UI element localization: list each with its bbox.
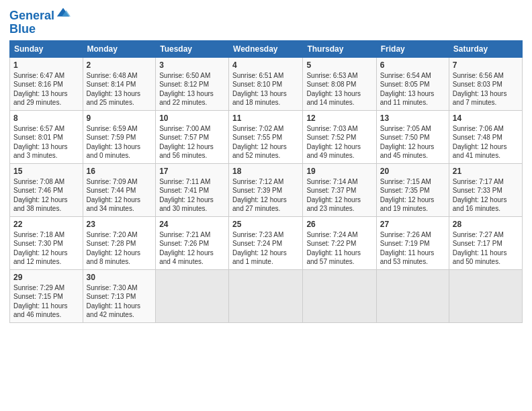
calendar-cell: 23Sunrise: 7:20 AMSunset: 7:28 PMDayligh…	[83, 216, 156, 269]
day-info: Sunrise: 7:26 AMSunset: 7:19 PMDaylight:…	[380, 230, 445, 267]
day-info: Sunrise: 7:08 AMSunset: 7:46 PMDaylight:…	[13, 177, 79, 214]
day-info: Sunrise: 6:53 AMSunset: 8:08 PMDaylight:…	[306, 71, 372, 107]
day-number: 19	[306, 167, 372, 176]
day-number: 2	[87, 60, 152, 70]
calendar-cell: 4Sunrise: 6:51 AMSunset: 8:10 PMDaylight…	[229, 57, 303, 110]
calendar-cell: 8Sunrise: 6:57 AMSunset: 8:01 PMDaylight…	[10, 110, 83, 163]
day-info: Sunrise: 7:29 AMSunset: 7:15 PMDaylight:…	[13, 283, 79, 320]
day-number: 3	[159, 60, 225, 70]
calendar-cell: 3Sunrise: 6:50 AMSunset: 8:12 PMDaylight…	[156, 57, 229, 110]
calendar-cell: 15Sunrise: 7:08 AMSunset: 7:46 PMDayligh…	[10, 163, 83, 216]
calendar-cell: 6Sunrise: 6:54 AMSunset: 8:05 PMDaylight…	[376, 57, 449, 110]
day-info: Sunrise: 6:56 AMSunset: 8:03 PMDaylight:…	[453, 71, 519, 107]
col-tuesday: Tuesday	[156, 40, 229, 57]
calendar-cell	[156, 269, 229, 322]
day-number: 5	[306, 60, 372, 70]
col-friday: Friday	[376, 40, 449, 57]
logo-text: General	[9, 9, 54, 23]
day-info: Sunrise: 7:23 AMSunset: 7:24 PMDaylight:…	[232, 230, 299, 267]
calendar-week-row: 22Sunrise: 7:18 AMSunset: 7:30 PMDayligh…	[10, 216, 523, 269]
day-number: 12	[306, 113, 372, 123]
calendar-cell: 12Sunrise: 7:03 AMSunset: 7:52 PMDayligh…	[303, 110, 376, 163]
day-info: Sunrise: 7:05 AMSunset: 7:50 PMDaylight:…	[380, 124, 445, 161]
day-number: 17	[159, 167, 225, 176]
day-info: Sunrise: 7:02 AMSunset: 7:55 PMDaylight:…	[232, 124, 299, 161]
day-info: Sunrise: 6:54 AMSunset: 8:05 PMDaylight:…	[380, 71, 445, 107]
calendar-cell: 13Sunrise: 7:05 AMSunset: 7:50 PMDayligh…	[376, 110, 449, 163]
calendar-cell: 11Sunrise: 7:02 AMSunset: 7:55 PMDayligh…	[229, 110, 303, 163]
calendar-week-row: 1Sunrise: 6:47 AMSunset: 8:16 PMDaylight…	[10, 57, 523, 110]
calendar-cell: 9Sunrise: 6:59 AMSunset: 7:59 PMDaylight…	[83, 110, 156, 163]
day-info: Sunrise: 7:00 AMSunset: 7:57 PMDaylight:…	[159, 124, 225, 161]
day-number: 16	[87, 167, 152, 176]
day-number: 1	[13, 60, 79, 70]
day-info: Sunrise: 7:03 AMSunset: 7:52 PMDaylight:…	[306, 124, 372, 161]
day-info: Sunrise: 6:59 AMSunset: 7:59 PMDaylight:…	[87, 124, 152, 161]
col-saturday: Saturday	[449, 40, 522, 57]
calendar-cell: 7Sunrise: 6:56 AMSunset: 8:03 PMDaylight…	[449, 57, 522, 110]
day-info: Sunrise: 7:11 AMSunset: 7:41 PMDaylight:…	[159, 177, 225, 214]
calendar-cell: 30Sunrise: 7:30 AMSunset: 7:13 PMDayligh…	[83, 269, 156, 322]
calendar-cell: 29Sunrise: 7:29 AMSunset: 7:15 PMDayligh…	[10, 269, 83, 322]
day-number: 30	[87, 273, 152, 282]
page-container: General Blue Sunday Monday Tuesday We	[0, 0, 532, 330]
calendar-cell: 21Sunrise: 7:17 AMSunset: 7:33 PMDayligh…	[449, 163, 522, 216]
day-number: 26	[306, 220, 372, 229]
day-number: 21	[453, 167, 519, 176]
calendar-cell	[376, 269, 449, 322]
day-number: 4	[232, 60, 299, 70]
calendar-cell: 2Sunrise: 6:48 AMSunset: 8:14 PMDaylight…	[83, 57, 156, 110]
logo: General Blue	[9, 9, 71, 36]
day-number: 9	[87, 113, 152, 123]
day-number: 7	[453, 60, 519, 70]
calendar-cell: 28Sunrise: 7:27 AMSunset: 7:17 PMDayligh…	[449, 216, 522, 269]
page-header: General Blue	[9, 7, 523, 36]
calendar-cell: 26Sunrise: 7:24 AMSunset: 7:22 PMDayligh…	[303, 216, 376, 269]
calendar-cell: 22Sunrise: 7:18 AMSunset: 7:30 PMDayligh…	[10, 216, 83, 269]
day-info: Sunrise: 6:57 AMSunset: 8:01 PMDaylight:…	[13, 124, 79, 161]
day-number: 11	[232, 113, 299, 123]
calendar-cell	[449, 269, 522, 322]
calendar-cell	[303, 269, 376, 322]
col-monday: Monday	[83, 40, 156, 57]
day-number: 22	[13, 220, 79, 229]
logo-icon	[56, 5, 71, 20]
day-info: Sunrise: 6:47 AMSunset: 8:16 PMDaylight:…	[13, 71, 79, 107]
calendar-cell: 14Sunrise: 7:06 AMSunset: 7:48 PMDayligh…	[449, 110, 522, 163]
day-info: Sunrise: 7:09 AMSunset: 7:44 PMDaylight:…	[87, 177, 152, 214]
day-info: Sunrise: 7:06 AMSunset: 7:48 PMDaylight:…	[453, 124, 519, 161]
day-number: 18	[232, 167, 299, 176]
calendar-cell	[229, 269, 303, 322]
calendar-cell: 1Sunrise: 6:47 AMSunset: 8:16 PMDaylight…	[10, 57, 83, 110]
day-info: Sunrise: 7:20 AMSunset: 7:28 PMDaylight:…	[87, 230, 152, 267]
day-info: Sunrise: 6:51 AMSunset: 8:10 PMDaylight:…	[232, 71, 299, 107]
day-info: Sunrise: 7:15 AMSunset: 7:35 PMDaylight:…	[380, 177, 445, 214]
day-number: 6	[380, 60, 445, 70]
col-wednesday: Wednesday	[229, 40, 303, 57]
calendar-week-row: 29Sunrise: 7:29 AMSunset: 7:15 PMDayligh…	[10, 269, 523, 322]
day-number: 24	[159, 220, 225, 229]
day-info: Sunrise: 6:50 AMSunset: 8:12 PMDaylight:…	[159, 71, 225, 107]
col-sunday: Sunday	[10, 40, 83, 57]
calendar-cell: 5Sunrise: 6:53 AMSunset: 8:08 PMDaylight…	[303, 57, 376, 110]
day-info: Sunrise: 7:30 AMSunset: 7:13 PMDaylight:…	[87, 283, 152, 320]
day-info: Sunrise: 7:12 AMSunset: 7:39 PMDaylight:…	[232, 177, 299, 214]
day-info: Sunrise: 7:18 AMSunset: 7:30 PMDaylight:…	[13, 230, 79, 267]
day-info: Sunrise: 7:17 AMSunset: 7:33 PMDaylight:…	[453, 177, 519, 214]
day-number: 28	[453, 220, 519, 229]
day-info: Sunrise: 6:48 AMSunset: 8:14 PMDaylight:…	[87, 71, 152, 107]
calendar-table: Sunday Monday Tuesday Wednesday Thursday…	[9, 40, 523, 323]
day-number: 15	[13, 167, 79, 176]
calendar-cell: 10Sunrise: 7:00 AMSunset: 7:57 PMDayligh…	[156, 110, 229, 163]
day-number: 14	[453, 113, 519, 123]
day-info: Sunrise: 7:14 AMSunset: 7:37 PMDaylight:…	[306, 177, 372, 214]
calendar-cell: 20Sunrise: 7:15 AMSunset: 7:35 PMDayligh…	[376, 163, 449, 216]
day-info: Sunrise: 7:27 AMSunset: 7:17 PMDaylight:…	[453, 230, 519, 267]
calendar-cell: 18Sunrise: 7:12 AMSunset: 7:39 PMDayligh…	[229, 163, 303, 216]
day-info: Sunrise: 7:24 AMSunset: 7:22 PMDaylight:…	[306, 230, 372, 267]
day-info: Sunrise: 7:21 AMSunset: 7:26 PMDaylight:…	[159, 230, 225, 267]
day-number: 13	[380, 113, 445, 123]
day-number: 27	[380, 220, 445, 229]
col-thursday: Thursday	[303, 40, 376, 57]
day-number: 23	[87, 220, 152, 229]
